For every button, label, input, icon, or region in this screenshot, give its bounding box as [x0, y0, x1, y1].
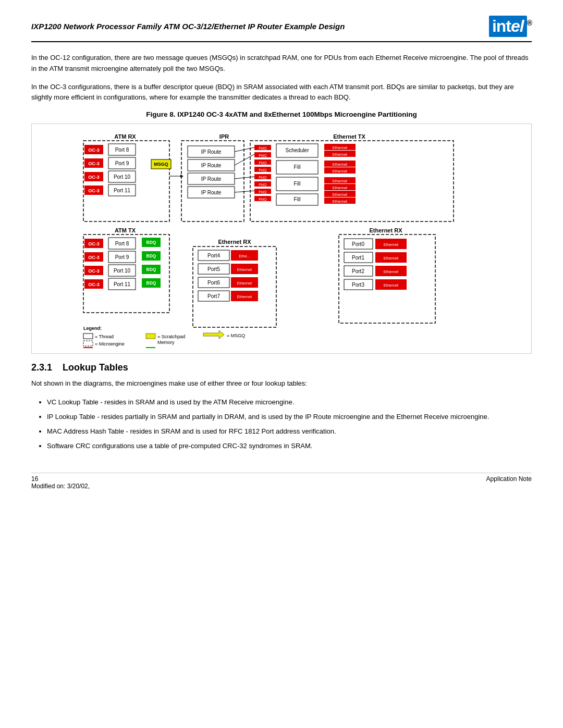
paragraph-1: In the OC-12 configuration, there are tw… [31, 53, 532, 75]
svg-text:= Thread: = Thread [95, 334, 114, 339]
bullet-list: VC Lookup Table - resides in SRAM and is… [47, 397, 532, 452]
svg-line-145 [235, 154, 254, 165]
svg-text:OC-3: OC-3 [88, 282, 100, 287]
svg-text:Ethernet: Ethernet [384, 256, 399, 261]
svg-text:BDQ: BDQ [146, 240, 156, 245]
svg-marker-140 [203, 330, 224, 339]
svg-rect-131 [83, 341, 93, 346]
svg-rect-135 [146, 334, 155, 339]
header-title: IXP1200 Network Processor Family ATM OC-… [31, 22, 345, 31]
svg-text:Ethernet: Ethernet [333, 186, 348, 190]
svg-rect-138 [146, 347, 155, 348]
svg-text:Ethernet: Ethernet [333, 152, 348, 157]
svg-line-146 [235, 177, 254, 179]
footer-left: 16 Modified on: 3/20/02, [31, 475, 90, 490]
svg-text:OC-3: OC-3 [88, 255, 100, 260]
section-intro: Not shown in the diagrams, the microengi… [31, 378, 532, 389]
section-number: 2.3.1 [31, 362, 52, 373]
bullet-1: VC Lookup Table - resides in SRAM and is… [47, 397, 532, 408]
svg-text:BDQ: BDQ [146, 253, 156, 258]
svg-line-147 [235, 191, 254, 192]
svg-text:BDQ: BDQ [146, 280, 156, 286]
svg-text:PkIQ: PkIQ [259, 176, 267, 180]
svg-text:PkIQ: PkIQ [259, 146, 267, 151]
svg-text:OC-3: OC-3 [88, 147, 100, 153]
svg-text:Port 8: Port 8 [115, 241, 129, 246]
atm-rx-label: ATM RX [114, 133, 136, 140]
section-heading: 2.3.1 Lookup Tables [31, 362, 532, 373]
svg-text:Port 8: Port 8 [115, 147, 129, 153]
svg-text:OC-3: OC-3 [88, 241, 100, 246]
svg-text:Ethernet: Ethernet [237, 267, 252, 272]
footer-right: Application Note [486, 475, 532, 490]
svg-text:Ethernet: Ethernet [333, 145, 348, 150]
figure-caption: Figure 8. IXP1240 OC-3 4xATM and 8xEther… [31, 110, 532, 118]
svg-text:Port7: Port7 [207, 293, 220, 299]
svg-text:Ethernet: Ethernet [384, 283, 399, 288]
diagram-svg: ATM RX OC-3 OC-3 OC-3 OC-3 Port 8 Port 9… [42, 129, 521, 348]
svg-text:Fill: Fill [294, 181, 301, 187]
svg-text:IP Route: IP Route [201, 176, 222, 182]
svg-text:Port6: Port6 [207, 280, 220, 286]
svg-text:= SRAM: = SRAM [157, 348, 175, 348]
svg-text:Ethernet: Ethernet [333, 192, 348, 197]
svg-marker-143 [180, 175, 183, 178]
svg-text:PkIQ: PkIQ [259, 168, 267, 172]
paragraph-2: In the OC-3 configurations, there is a b… [31, 82, 532, 104]
svg-text:Port4: Port4 [207, 253, 220, 258]
svg-text:Ethernet: Ethernet [333, 162, 348, 167]
svg-text:PkIQ: PkIQ [259, 161, 267, 165]
svg-text:BDQ: BDQ [146, 267, 156, 272]
page-footer: 16 Modified on: 3/20/02, Application Not… [31, 473, 532, 490]
svg-text:IP Route: IP Route [201, 149, 222, 155]
svg-text:Port 10: Port 10 [114, 268, 131, 274]
svg-text:IP Route: IP Route [201, 190, 222, 195]
svg-text:= MSGQ: = MSGQ [227, 333, 245, 338]
svg-text:OC-3: OC-3 [88, 268, 100, 274]
svg-text:Fill: Fill [294, 164, 301, 170]
svg-text:Ethernet TX: Ethernet TX [333, 133, 365, 140]
bullet-2: IP Lookup Table - resides partially in S… [47, 411, 532, 423]
svg-text:Legend:: Legend: [83, 326, 102, 331]
svg-text:Ethernet: Ethernet [384, 242, 399, 247]
svg-text:OC-3: OC-3 [88, 175, 100, 180]
svg-text:OC-3: OC-3 [88, 161, 100, 166]
svg-text:PkIQ: PkIQ [259, 183, 267, 187]
svg-text:Ethe...: Ethe... [239, 254, 250, 258]
svg-text:PkIQ: PkIQ [259, 190, 267, 194]
svg-text:Ethernet: Ethernet [333, 169, 348, 174]
svg-text:Port 10: Port 10 [114, 174, 131, 180]
svg-text:Ethernet: Ethernet [384, 269, 399, 274]
svg-text:Port1: Port1 [352, 255, 364, 261]
svg-text:Port0: Port0 [352, 241, 364, 247]
svg-text:PkIQ: PkIQ [259, 198, 267, 202]
svg-rect-133 [83, 347, 93, 348]
page-header: IXP1200 Network Processor Family ATM OC-… [31, 16, 532, 42]
intel-logo: intel® [489, 16, 532, 37]
svg-text:Ethernet RX: Ethernet RX [218, 239, 252, 245]
svg-text:Fill: Fill [294, 196, 301, 202]
svg-text:MSGQ: MSGQ [154, 162, 168, 167]
bullet-3: MAC Address Hash Table - resides in SRAM… [47, 426, 532, 437]
svg-text:Port5: Port5 [207, 266, 220, 272]
svg-text:= Scratchpad: = Scratchpad [157, 334, 185, 339]
svg-text:ATM TX: ATM TX [115, 227, 136, 233]
svg-text:Port 9: Port 9 [115, 254, 129, 260]
svg-text:Port 11: Port 11 [114, 188, 131, 193]
svg-line-144 [235, 147, 254, 152]
svg-text:= Microengine: = Microengine [95, 341, 125, 347]
svg-text:IP Route: IP Route [201, 163, 222, 168]
svg-text:Port 9: Port 9 [115, 161, 129, 166]
svg-text:Ethernet: Ethernet [237, 281, 252, 286]
svg-text:IPR: IPR [219, 133, 229, 140]
section-title: Lookup Tables [63, 362, 128, 373]
intel-text: intel [489, 16, 527, 37]
svg-text:Ethernet: Ethernet [333, 199, 348, 204]
svg-text:Ethernet: Ethernet [237, 294, 252, 299]
svg-text:OC-3: OC-3 [88, 188, 100, 193]
page-number: 16 [31, 475, 90, 483]
svg-text:Port 11: Port 11 [114, 281, 131, 287]
svg-text:Memory: Memory [157, 340, 175, 345]
svg-rect-129 [83, 334, 93, 339]
svg-text:Port2: Port2 [352, 268, 364, 274]
